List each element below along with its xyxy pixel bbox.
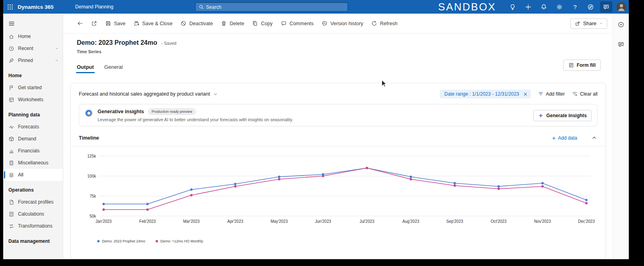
timeline-title: Timeline [79, 135, 99, 141]
feedback-pane-icon[interactable] [616, 39, 626, 50]
save-button[interactable]: Save [102, 18, 129, 29]
view-selector-dropdown[interactable]: Forecast and historical sales aggregated… [79, 91, 218, 97]
gear-icon[interactable] [553, 1, 566, 12]
copilot-icon[interactable] [616, 19, 626, 30]
chevron-down-icon[interactable] [55, 58, 59, 62]
sidebar-item-demand[interactable]: Demand [3, 133, 63, 145]
line-chart[interactable]: 50k75k100k125kJan'2023Feb'2023Mar'2023Ap… [79, 150, 598, 235]
sidebar-item-home[interactable]: Home [3, 30, 63, 42]
home-icon [8, 34, 14, 40]
brand-title[interactable]: Dynamics 365 [18, 4, 54, 10]
sidebar-item-recent[interactable]: Recent [3, 42, 63, 54]
help-icon[interactable]: ? [569, 1, 581, 12]
output-card: Forecast and historical sales aggregated… [70, 83, 606, 259]
app-launcher-icon[interactable] [3, 0, 17, 14]
save-and-close-button[interactable]: Save & Close [130, 18, 176, 29]
top-navigation-bar: Dynamics 365 Demand Planning SANDBOX ? [3, 0, 629, 14]
legend-item[interactable]: Demo: 2023 Prophet 24mo [97, 239, 145, 243]
back-button[interactable] [74, 18, 87, 29]
generate-insights-button[interactable]: Generate insights [533, 110, 592, 121]
sidebar-item-all[interactable]: All [3, 169, 63, 181]
svg-text:Oct'2023: Oct'2023 [491, 219, 507, 224]
add-data-button[interactable]: + Add data [552, 135, 577, 141]
app-name[interactable]: Demand Planning [75, 4, 113, 10]
svg-text:100k: 100k [87, 174, 96, 178]
tab-output[interactable]: Output [77, 64, 94, 73]
copy-button[interactable]: Copy [248, 18, 276, 29]
open-in-new-window-button[interactable] [88, 18, 101, 29]
remove-date-filter-icon[interactable] [523, 92, 528, 96]
version-history-button[interactable]: Version history [318, 18, 367, 29]
layers-icon [8, 172, 14, 178]
filter-dismiss-icon [572, 91, 578, 97]
share-button[interactable]: Share [570, 18, 607, 29]
clock-icon [8, 46, 14, 52]
collapse-timeline-button[interactable] [591, 134, 598, 141]
svg-text:125k: 125k [87, 154, 96, 158]
lightbulb-icon[interactable] [506, 1, 519, 12]
entity-type-label: Time Series [77, 49, 601, 54]
flag-icon [8, 85, 14, 91]
sparkle-icon [538, 113, 544, 118]
tab-list: Output General [77, 64, 123, 73]
cube-icon [8, 136, 14, 142]
svg-text:Nov'2023: Nov'2023 [534, 219, 551, 224]
pulse-icon [8, 124, 14, 130]
refresh-button[interactable]: Refresh [368, 18, 401, 29]
save-status: - Saved [161, 41, 176, 46]
right-side-rail [613, 14, 629, 259]
page-header: Demo: 2023 Prophet 24mo - Saved Time Ser… [63, 34, 613, 73]
user-avatar[interactable] [616, 2, 626, 12]
search-icon [199, 4, 204, 10]
page-title: Demo: 2023 Prophet 24mo [77, 39, 157, 46]
sidebar-item-forecast-profiles[interactable]: Forecast profiles [3, 196, 63, 208]
sidebar-item-miscellaneous[interactable]: Miscellaneous [3, 157, 63, 169]
deactivate-button[interactable]: Deactivate [177, 18, 216, 29]
main-content: Save Save & Close Deactivate Delete Copy [63, 14, 613, 259]
comments-button[interactable]: Comments [277, 18, 317, 29]
sidebar-item-pinned[interactable]: Pinned [3, 54, 63, 66]
explore-icon[interactable] [584, 1, 597, 12]
sidebar-item-worksheets[interactable]: Worksheets [3, 94, 63, 106]
transform-arrows-icon [8, 223, 14, 229]
back-arrow-icon [77, 20, 83, 26]
sidebar-item-transformations[interactable]: Transformations [3, 220, 63, 232]
svg-text:Jun'2023: Jun'2023 [315, 219, 331, 224]
plus-icon[interactable] [522, 1, 534, 12]
sidebar-item-calculations[interactable]: Calculations [3, 208, 63, 220]
trash-icon [221, 20, 227, 26]
popout-icon [91, 20, 97, 26]
sidebar-section-planning-data: Planning data [3, 106, 63, 121]
global-search[interactable] [195, 2, 348, 12]
calculator-icon [8, 160, 14, 166]
document-icon [8, 199, 14, 205]
refresh-icon [371, 20, 377, 26]
svg-text:Feb'2023: Feb'2023 [139, 219, 156, 224]
sidebar-item-financials[interactable]: Financials [3, 145, 63, 157]
sidebar-section-home: Home [3, 66, 63, 82]
feedback-chat-icon[interactable] [600, 1, 612, 12]
delete-button[interactable]: Delete [217, 18, 248, 29]
tab-general[interactable]: General [104, 64, 123, 73]
comment-bubble-icon [281, 20, 287, 26]
svg-text:Mar'2023: Mar'2023 [183, 219, 200, 224]
svg-text:50k: 50k [90, 214, 96, 218]
sidebar-section-data-management: Data management [3, 232, 63, 247]
form-fill-icon [568, 62, 574, 68]
bell-icon[interactable] [538, 1, 550, 12]
date-range-filter-pill[interactable]: Date range : 1/1/2023 - 12/31/2023 [440, 90, 531, 98]
svg-text:Jul'2023: Jul'2023 [360, 219, 374, 224]
hamburger-menu-icon[interactable] [3, 17, 63, 30]
clear-all-filters-button[interactable]: Clear all [572, 91, 598, 97]
sidebar-item-get-started[interactable]: Get started [3, 82, 63, 94]
sidebar-section-operations: Operations [3, 181, 63, 196]
form-fill-button[interactable]: Form fill [563, 60, 601, 71]
add-filter-button[interactable]: Add filter [538, 91, 565, 97]
legend-item[interactable]: Demo: +12mo HO Monthly [156, 239, 203, 243]
sidebar-item-forecasts[interactable]: Forecasts [3, 121, 63, 133]
chevron-down-icon[interactable] [55, 46, 59, 50]
search-input[interactable] [206, 4, 344, 10]
chevron-down-icon [213, 92, 218, 96]
save-icon [105, 20, 111, 26]
chevron-up-icon [592, 135, 597, 140]
